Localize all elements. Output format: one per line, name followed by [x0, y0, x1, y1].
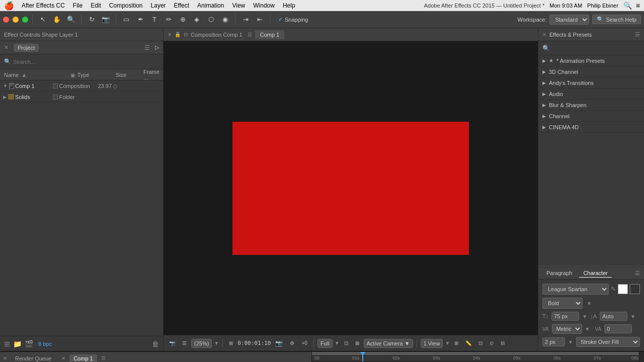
menu-animation[interactable]: Animation — [194, 2, 227, 10]
brush-tool[interactable]: ✏ — [163, 14, 175, 26]
view-control[interactable]: 1 View — [421, 339, 443, 348]
menu-extra-icon[interactable]: ≡ — [636, 2, 640, 10]
menu-help[interactable]: Help — [279, 2, 299, 10]
new-folder-btn[interactable]: 📁 — [13, 340, 22, 348]
tracking-value-input[interactable] — [604, 324, 632, 333]
toggle-mask-btn[interactable]: ⊙ — [487, 339, 496, 347]
comp1-tab[interactable]: Comp 1 — [69, 354, 97, 363]
size-dropdown-icon[interactable]: ▼ — [582, 314, 587, 319]
col-type-header[interactable]: ▣ Type — [70, 72, 116, 78]
preview-opts-btn[interactable]: ⚙ — [287, 339, 297, 347]
project-search-input[interactable] — [13, 59, 83, 65]
effect-item-andys-transitions[interactable]: ▶ Andy's Transitions — [538, 77, 644, 88]
paragraph-tab[interactable]: Paragraph — [542, 269, 576, 277]
clone-tool[interactable]: ⊕ — [177, 14, 189, 26]
project-tab[interactable]: Project — [14, 44, 39, 52]
effect-item-animation-presets[interactable]: ▶ ★ * Animation Presets — [538, 55, 644, 66]
stroke-type-dropdown[interactable]: Stroke Over Fill — [576, 337, 640, 347]
layer-controls-btn[interactable]: ⊟ — [498, 339, 507, 347]
apple-menu[interactable]: 🍎 — [4, 1, 14, 11]
expand-panel-btn[interactable]: ▷ — [155, 44, 159, 51]
view-dropdown-icon[interactable]: ▼ — [445, 340, 450, 346]
snapshot-btn[interactable]: 📷 — [167, 339, 178, 347]
pen-tool[interactable]: ✒ — [134, 14, 146, 26]
effect-item-cinema4d[interactable]: ▶ CINEMA 4D — [538, 122, 644, 133]
tracking-type-dropdown[interactable]: Metrics — [552, 324, 582, 334]
font-size-input[interactable] — [551, 312, 579, 321]
puppet-tool[interactable]: ◉ — [219, 14, 231, 26]
col-name-header[interactable]: Name ▲ — [0, 72, 70, 78]
menu-file[interactable]: File — [69, 2, 86, 10]
menu-window[interactable]: Window — [250, 2, 278, 10]
footage-settings-btn[interactable]: 🎬 — [25, 340, 33, 348]
tracking-dropdown-icon[interactable]: ▼ — [585, 326, 590, 332]
render-queue-tab[interactable]: Render Queue — [11, 354, 55, 363]
text-color-black[interactable] — [630, 284, 640, 294]
timeline-render-close[interactable]: ✕ — [3, 355, 7, 361]
bpc-display[interactable]: 8 bpc — [38, 341, 52, 347]
col-frame-header[interactable]: Frame ... — [143, 69, 163, 81]
rect-tool[interactable]: ▭ — [120, 14, 132, 26]
search-menu-icon[interactable]: 🔍 — [623, 2, 632, 10]
text-tool[interactable]: T — [148, 14, 160, 26]
effects-panel-close[interactable]: ✕ — [542, 32, 546, 37]
col-size-header[interactable]: Size — [116, 72, 143, 78]
comp-menu-icon[interactable]: ☰ — [248, 32, 252, 37]
zoom-control[interactable]: (25%) — [191, 339, 212, 348]
show-channel-btn[interactable]: ☰ — [180, 339, 189, 347]
distribute-tool[interactable]: ⇤ — [254, 14, 266, 26]
stroke-size-dropdown[interactable]: ▼ — [568, 339, 573, 345]
selection-tool[interactable]: ↖ — [37, 14, 49, 26]
font-style-dropdown[interactable]: Bold — [542, 298, 583, 309]
comp-close-btn[interactable]: ✕ — [168, 32, 172, 37]
menu-view[interactable]: View — [228, 2, 249, 10]
menu-effect[interactable]: Effect — [171, 2, 193, 10]
new-composition-btn[interactable]: ⊞ — [4, 340, 10, 348]
font-edit-icon[interactable]: ✎ — [611, 286, 616, 293]
project-panel-close[interactable]: ✕ — [4, 44, 9, 51]
resolution-btn[interactable]: ⊞ — [226, 339, 235, 347]
effect-item-3dchannel[interactable]: ▶ 3D Channel — [538, 66, 644, 77]
quality-dropdown-icon[interactable]: ▼ — [335, 340, 340, 346]
comp-tab[interactable]: Comp 1 — [255, 30, 285, 39]
timeline-comp1-close[interactable]: ✕ — [61, 355, 65, 361]
maximize-window-btn[interactable] — [22, 17, 28, 23]
menu-edit[interactable]: Edit — [87, 2, 105, 10]
grid-btn[interactable]: ⊞ — [452, 339, 461, 347]
effects-menu-icon[interactable]: ☰ — [635, 31, 640, 38]
leading-dropdown-icon[interactable]: ▼ — [630, 314, 635, 319]
effect-item-audio[interactable]: ▶ Audio — [538, 88, 644, 100]
rotate-tool[interactable]: ↻ — [86, 14, 98, 26]
app-menu-aftereffects[interactable]: After Effects CC — [18, 2, 68, 10]
character-tab[interactable]: Character — [579, 269, 611, 278]
timeline-scrollbar[interactable] — [639, 352, 644, 362]
zoom-dropdown-icon[interactable]: ▼ — [214, 340, 219, 346]
stroke-size-input[interactable] — [542, 337, 565, 346]
close-window-btn[interactable] — [3, 17, 9, 23]
comp-tab-menu[interactable]: ☰ — [101, 355, 106, 361]
table-row[interactable]: ▶ Solids Folder — [0, 92, 163, 103]
menu-composition[interactable]: Composition — [106, 2, 146, 10]
active-camera-control[interactable]: Active Camera ▼ — [364, 339, 413, 348]
pixel-aspect-btn[interactable]: ⊠ — [353, 339, 362, 347]
delete-item-btn[interactable]: 🗑 — [152, 340, 159, 348]
character-menu-icon[interactable]: ☰ — [635, 270, 640, 277]
search-help-button[interactable]: 🔍 Search Help — [592, 15, 641, 24]
ruler-btn[interactable]: 📏 — [463, 339, 474, 347]
eraser-tool[interactable]: ◈ — [191, 14, 203, 26]
timecode-display[interactable]: 0:00:01:10 — [237, 340, 271, 346]
roto-tool[interactable]: ⬡ — [205, 14, 217, 26]
camera-tool[interactable]: 📷 — [100, 14, 112, 26]
align-tool[interactable]: ⇥ — [239, 14, 252, 26]
table-row[interactable]: ▼ Comp 1 Composition 23.97 ⬡ — [0, 80, 163, 92]
hand-tool[interactable]: ✋ — [51, 14, 63, 26]
camera-icon[interactable]: 📷 — [273, 339, 285, 348]
workspace-dropdown[interactable]: Standard — [549, 15, 589, 25]
effect-item-blur-sharpen[interactable]: ▶ Blur & Sharpen — [538, 100, 644, 111]
text-color-white[interactable] — [618, 284, 628, 294]
zoom-tool[interactable]: 🔍 — [65, 14, 77, 26]
menu-layer[interactable]: Layer — [147, 2, 170, 10]
effects-search-input[interactable] — [552, 45, 640, 51]
fast-preview-btn[interactable]: +0 — [299, 339, 309, 347]
effect-item-channel[interactable]: ▶ Channel — [538, 111, 644, 122]
